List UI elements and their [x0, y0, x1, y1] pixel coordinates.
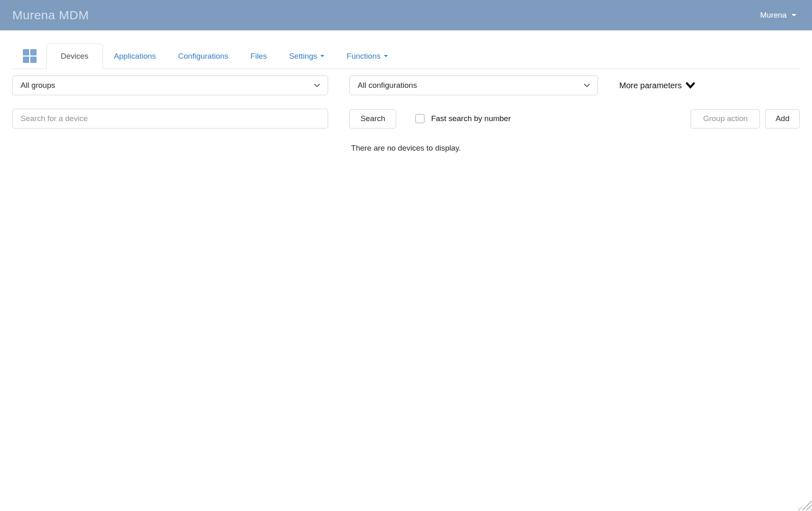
app-header: Murena MDM Murena [0, 0, 812, 30]
tab-label: Devices [61, 52, 89, 61]
tab-configurations[interactable]: Configurations [167, 44, 239, 69]
configuration-filter-value: All configurations [358, 81, 417, 90]
chevron-down-bold-icon [686, 82, 695, 89]
configuration-filter-select[interactable]: All configurations [349, 76, 598, 95]
chevron-down-icon [384, 55, 388, 57]
chevron-down-icon [791, 14, 796, 16]
tab-devices[interactable]: Devices [46, 44, 103, 69]
tab-label: Configurations [178, 52, 228, 61]
device-search-input[interactable] [12, 109, 328, 128]
user-menu[interactable]: Murena [760, 11, 796, 20]
more-parameters-toggle[interactable]: More parameters [619, 81, 695, 90]
tab-label: Files [251, 52, 267, 61]
grid-icon [23, 49, 36, 63]
user-menu-label: Murena [760, 11, 787, 20]
group-filter-select[interactable]: All groups [12, 76, 328, 95]
tab-home[interactable] [12, 44, 46, 69]
more-parameters-label: More parameters [619, 81, 682, 90]
app-title: Murena MDM [12, 8, 89, 22]
empty-state-message: There are no devices to display. [12, 144, 800, 153]
search-row: Search Fast search by number Group actio… [12, 109, 800, 128]
tab-label: Functions [347, 52, 380, 61]
tab-label: Settings [289, 52, 317, 61]
resize-handle-icon[interactable] [798, 500, 812, 510]
fast-search-label: Fast search by number [431, 114, 511, 123]
tab-label: Applications [114, 52, 156, 61]
group-action-button[interactable]: Group action [691, 109, 760, 128]
chevron-down-icon [320, 55, 324, 57]
group-filter-value: All groups [21, 81, 55, 90]
select-chevron-icon [584, 83, 590, 87]
tab-settings[interactable]: Settings [278, 44, 336, 69]
tab-applications[interactable]: Applications [103, 44, 167, 69]
add-button[interactable]: Add [765, 109, 800, 128]
fast-search-checkbox[interactable] [415, 114, 424, 123]
select-chevron-icon [314, 83, 320, 87]
main-tab-bar: Devices Applications Configurations File… [12, 44, 800, 69]
tab-functions[interactable]: Functions [335, 44, 399, 69]
filter-row: All groups All configurations More param… [12, 76, 800, 95]
tab-files[interactable]: Files [239, 44, 278, 69]
search-button[interactable]: Search [349, 109, 396, 128]
